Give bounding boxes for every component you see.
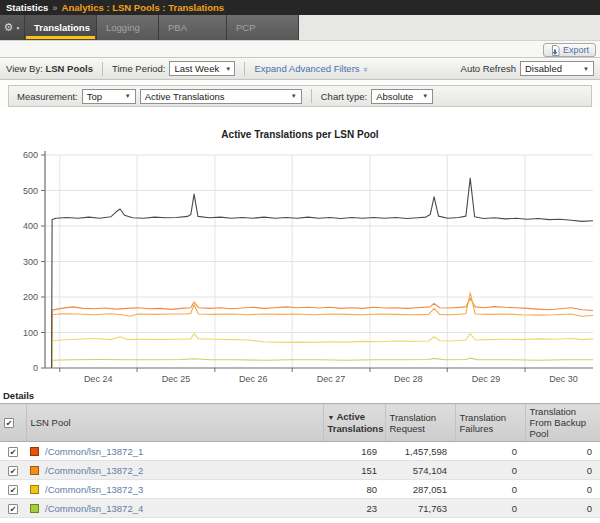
sort-descending-icon: ▼: [328, 414, 335, 421]
time-period-value: Last Week: [174, 63, 219, 74]
cell-request: 1,457,598: [385, 442, 455, 461]
export-icon: [550, 45, 560, 56]
chevron-down-icon: ▼: [15, 25, 20, 31]
x-tick-label: Dec 24: [84, 374, 113, 384]
pool-link[interactable]: /Common/lsn_13872_3: [45, 484, 143, 495]
breadcrumb-section: Statistics: [6, 2, 48, 13]
export-button[interactable]: Export: [543, 43, 596, 57]
auto-refresh-label: Auto Refresh: [461, 63, 516, 74]
cell-failures: 0: [455, 461, 525, 480]
gear-menu-button[interactable]: ⚙ ▼: [0, 15, 24, 40]
cell-active: 80: [323, 480, 385, 499]
chart-title: Active Translations per LSN Pool: [0, 107, 600, 147]
auto-refresh-value: Disabled: [525, 63, 562, 74]
table-row: ✔/Common/lsn_13872_380287,05100: [0, 480, 600, 499]
chart-type-value: Absolute: [376, 91, 413, 102]
line-chart: 0100200300400500600Dec 24Dec 25Dec 26Dec…: [0, 147, 600, 384]
measurement-bar: Measurement: Top ▼ Active Translations ▼…: [8, 85, 592, 107]
column-header-pool[interactable]: LSN Pool: [26, 404, 323, 442]
cell-backup: 0: [525, 518, 600, 523]
tab-logging[interactable]: Logging: [97, 15, 158, 40]
cell-active: 23: [323, 499, 385, 518]
cell-active: 169: [323, 442, 385, 461]
cell-active: 423: [323, 518, 385, 523]
column-header-translation-request[interactable]: Translation Request: [385, 404, 455, 442]
pool-link[interactable]: /Common/lsn_13872_4: [45, 503, 143, 514]
cell-request: 287,051: [385, 480, 455, 499]
tab-label: Logging: [106, 22, 140, 33]
dropdown-arrow-icon: ▼: [422, 93, 428, 99]
time-period-select[interactable]: Last Week ▼: [169, 61, 235, 76]
cell-request: 71,763: [385, 499, 455, 518]
cell-active: 151: [323, 461, 385, 480]
gear-icon: ⚙: [4, 21, 14, 34]
row-checkbox[interactable]: ✔: [8, 466, 18, 476]
table-row: ✔/Common/lsn_13872_11691,457,59800: [0, 442, 600, 461]
chart-series-3: [52, 358, 593, 368]
cell-failures: 0: [455, 480, 525, 499]
details-heading: Details: [0, 388, 600, 403]
cell-request: 2,390,516: [385, 518, 455, 523]
expand-advanced-filters-link[interactable]: Expand Advanced Filters»: [254, 63, 367, 74]
column-label: Translation Failures: [460, 412, 507, 434]
pool-link[interactable]: /Common/lsn_13872_1: [45, 446, 143, 457]
y-tick-label: 100: [23, 328, 38, 338]
cell-failures: 0: [455, 442, 525, 461]
row-checkbox[interactable]: ✔: [8, 447, 18, 457]
column-header-translation-failures[interactable]: Translation Failures: [455, 404, 525, 442]
cell-backup: 0: [525, 499, 600, 518]
tab-pba[interactable]: PBA: [159, 15, 226, 40]
measurement-top-value: Top: [87, 91, 102, 102]
measurement-metric-value: Active Translations: [145, 91, 225, 102]
series-color-swatch: [30, 485, 39, 494]
cell-request: 574,104: [385, 461, 455, 480]
table-header-row: ✔ LSN Pool ▼Active Translations Translat…: [0, 404, 600, 442]
breadcrumb-separator: »: [52, 2, 57, 13]
separator: [311, 89, 312, 103]
x-tick-label: Dec 28: [394, 374, 423, 384]
row-checkbox[interactable]: ✔: [8, 504, 18, 514]
chart-type-select[interactable]: Absolute ▼: [371, 89, 433, 104]
tab-translations[interactable]: Translations: [25, 15, 96, 40]
measurement-top-select[interactable]: Top ▼: [82, 89, 136, 104]
x-tick-label: Dec 25: [162, 374, 191, 384]
breadcrumb-trail: Analytics : LSN Pools : Translations: [62, 2, 225, 13]
x-tick-label: Dec 30: [549, 374, 578, 384]
separator: [244, 62, 245, 76]
chart-series-2: [52, 334, 593, 368]
measurement-bar-wrap: Measurement: Top ▼ Active Translations ▼…: [0, 80, 600, 107]
tab-label: Translations: [34, 22, 90, 33]
auto-refresh-select[interactable]: Disabled ▼: [520, 61, 594, 76]
column-label: Translation Request: [390, 412, 437, 434]
tab-strip: ⚙ ▼ Translations Logging PBA PCP: [0, 15, 600, 41]
export-label: Export: [563, 45, 589, 55]
column-header-translation-backup[interactable]: Translation From Backup Pool: [525, 404, 600, 442]
cell-backup: 0: [525, 480, 600, 499]
series-color-swatch: [30, 447, 39, 456]
chart-series-1: [52, 293, 593, 368]
cell-failures: 0: [455, 518, 525, 523]
cell-failures: 0: [455, 499, 525, 518]
row-checkbox[interactable]: ✔: [8, 485, 18, 495]
x-tick-label: Dec 29: [472, 374, 501, 384]
dropdown-arrow-icon: ▼: [583, 66, 589, 72]
column-header-active-translations[interactable]: ▼Active Translations: [323, 404, 385, 442]
table-row: ✔/Common/lsn_13872_2151574,10400: [0, 461, 600, 480]
y-tick-label: 0: [33, 363, 38, 373]
select-all-checkbox[interactable]: ✔: [4, 418, 14, 428]
pool-link[interactable]: /Common/lsn_13872_2: [45, 465, 143, 476]
column-label: LSN Pool: [31, 417, 71, 428]
y-tick-label: 300: [23, 257, 38, 267]
dropdown-arrow-icon: ▼: [291, 93, 297, 99]
view-by-label: View By:: [6, 63, 43, 74]
view-by-value: LSN Pools: [45, 63, 93, 74]
table-row: ✔/Common/lsn_13872_42371,76300: [0, 499, 600, 518]
filter-bar: View By: LSN Pools Time Period: Last Wee…: [0, 57, 600, 80]
measurement-metric-select[interactable]: Active Translations ▼: [140, 89, 302, 104]
tab-strip-filler: [299, 15, 600, 40]
y-tick-label: 500: [23, 186, 38, 196]
measurement-label: Measurement:: [17, 91, 78, 102]
tab-pcp[interactable]: PCP: [227, 15, 298, 40]
column-label: Translation From Backup Pool: [530, 406, 587, 439]
x-tick-label: Dec 27: [317, 374, 346, 384]
